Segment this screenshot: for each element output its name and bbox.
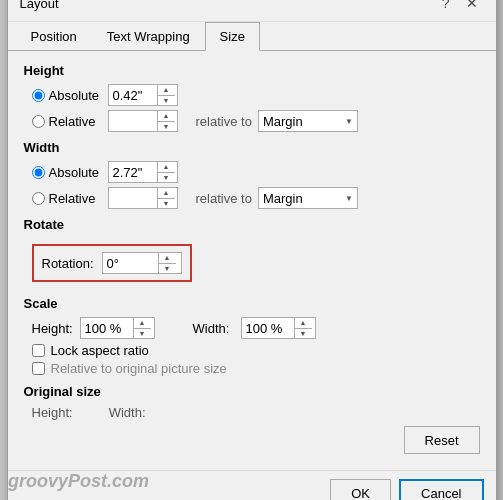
scale-height-row: Height: ▲ ▼ Width: ▲ ▼ (32, 317, 480, 339)
tab-position[interactable]: Position (16, 22, 92, 51)
width-absolute-label[interactable]: Absolute (32, 165, 102, 180)
cancel-button[interactable]: Cancel (399, 479, 483, 500)
scale-section-title: Scale (24, 296, 480, 311)
scale-width-down[interactable]: ▼ (295, 329, 312, 339)
scale-height-up[interactable]: ▲ (134, 318, 151, 329)
relative-original-checkbox[interactable] (32, 362, 45, 375)
tab-size[interactable]: Size (205, 22, 260, 51)
width-margin-select[interactable]: Margin ▼ (258, 187, 358, 209)
height-absolute-input[interactable] (109, 86, 157, 105)
scale-height-label: Height: (32, 321, 72, 336)
height-relative-up[interactable]: ▲ (158, 111, 175, 122)
height-relative-arrows: ▲ ▼ (157, 111, 175, 131)
scale-width-label: Width: (193, 321, 233, 336)
relative-original-row: Relative to original picture size (32, 361, 480, 376)
reset-button[interactable]: Reset (404, 426, 480, 454)
close-button[interactable]: ✕ (460, 0, 484, 13)
rotation-input[interactable] (103, 254, 158, 273)
width-relative-to-label: relative to (196, 191, 252, 206)
width-section-title: Width (24, 140, 480, 155)
original-size-row: Height: Width: (32, 405, 480, 420)
tab-bar: Position Text Wrapping Size (8, 22, 496, 51)
width-absolute-input[interactable] (109, 163, 157, 182)
scale-height-down[interactable]: ▼ (134, 329, 151, 339)
height-section-title: Height (24, 63, 480, 78)
width-relative-row: Relative ▲ ▼ relative to Margin ▼ (32, 187, 480, 209)
height-absolute-down[interactable]: ▼ (158, 96, 175, 106)
width-relative-input[interactable] (109, 189, 157, 208)
height-relative-down[interactable]: ▼ (158, 122, 175, 132)
lock-aspect-label: Lock aspect ratio (51, 343, 149, 358)
height-margin-dropdown-arrow: ▼ (345, 117, 353, 126)
height-relative-row: Relative ▲ ▼ relative to Margin ▼ (32, 110, 480, 132)
rotation-spinbox[interactable]: ▲ ▼ (102, 252, 182, 274)
width-absolute-row: Absolute ▲ ▼ (32, 161, 480, 183)
height-margin-select[interactable]: Margin ▼ (258, 110, 358, 132)
dialog-content: Height Absolute ▲ ▼ Relative (8, 51, 496, 462)
height-relative-radio[interactable] (32, 115, 45, 128)
rotation-arrows: ▲ ▼ (158, 253, 176, 273)
rotation-label: Rotation: (42, 256, 94, 271)
lock-aspect-checkbox[interactable] (32, 344, 45, 357)
scale-width-up[interactable]: ▲ (295, 318, 312, 329)
width-relative-up[interactable]: ▲ (158, 188, 175, 199)
original-width-item: Width: (109, 405, 152, 420)
rotation-down[interactable]: ▼ (159, 264, 176, 274)
width-absolute-arrows: ▲ ▼ (157, 162, 175, 182)
watermark: groovyPost.com (8, 471, 149, 492)
ok-button[interactable]: OK (330, 479, 391, 500)
height-absolute-arrows: ▲ ▼ (157, 85, 175, 105)
scale-width-arrows: ▲ ▼ (294, 318, 312, 338)
dialog-title: Layout (20, 0, 59, 11)
rotate-box: Rotation: ▲ ▼ (32, 244, 192, 282)
height-relative-spinbox[interactable]: ▲ ▼ (108, 110, 178, 132)
scale-height-arrows: ▲ ▼ (133, 318, 151, 338)
height-relative-label[interactable]: Relative (32, 114, 102, 129)
width-absolute-up[interactable]: ▲ (158, 162, 175, 173)
lock-aspect-row: Lock aspect ratio (32, 343, 480, 358)
width-margin-dropdown-arrow: ▼ (345, 194, 353, 203)
height-relative-input[interactable] (109, 112, 157, 131)
rotation-up[interactable]: ▲ (159, 253, 176, 264)
height-relative-to-label: relative to (196, 114, 252, 129)
original-size-title: Original size (24, 384, 480, 399)
width-relative-radio[interactable] (32, 192, 45, 205)
scale-height-spinbox[interactable]: ▲ ▼ (80, 317, 155, 339)
help-button[interactable]: ? (436, 0, 456, 13)
width-relative-down[interactable]: ▼ (158, 199, 175, 209)
rotate-section-title: Rotate (24, 217, 480, 232)
height-absolute-spinbox[interactable]: ▲ ▼ (108, 84, 178, 106)
original-height-item: Height: (32, 405, 79, 420)
height-absolute-label[interactable]: Absolute (32, 88, 102, 103)
width-absolute-radio[interactable] (32, 166, 45, 179)
original-width-label: Width: (109, 405, 146, 420)
relative-original-label: Relative to original picture size (51, 361, 227, 376)
scale-width-input[interactable] (242, 319, 294, 338)
width-relative-arrows: ▲ ▼ (157, 188, 175, 208)
width-absolute-down[interactable]: ▼ (158, 173, 175, 183)
tab-text-wrapping[interactable]: Text Wrapping (92, 22, 205, 51)
width-absolute-spinbox[interactable]: ▲ ▼ (108, 161, 178, 183)
width-relative-spinbox[interactable]: ▲ ▼ (108, 187, 178, 209)
scale-width-spinbox[interactable]: ▲ ▼ (241, 317, 316, 339)
scale-height-input[interactable] (81, 319, 133, 338)
original-height-label: Height: (32, 405, 73, 420)
height-absolute-row: Absolute ▲ ▼ (32, 84, 480, 106)
width-relative-label[interactable]: Relative (32, 191, 102, 206)
height-absolute-radio[interactable] (32, 89, 45, 102)
layout-dialog: Layout ? ✕ Position Text Wrapping Size H… (7, 0, 497, 500)
height-absolute-up[interactable]: ▲ (158, 85, 175, 96)
title-bar: Layout ? ✕ (8, 0, 496, 22)
